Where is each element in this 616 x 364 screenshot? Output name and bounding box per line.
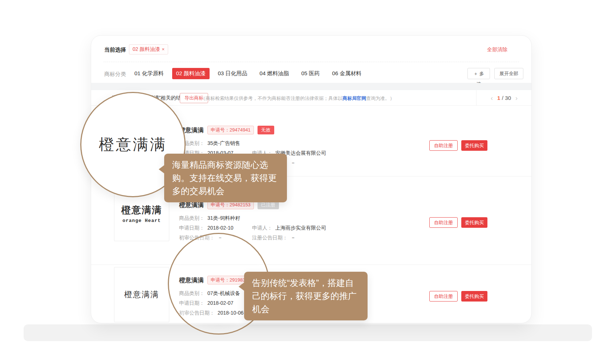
category-field-value: 07类-机械设备 [207, 290, 240, 297]
tab-04-fuel[interactable]: 04 燃料油脂 [256, 68, 293, 79]
apply-date-value: 2018-02-10 [207, 225, 234, 231]
prev-page-icon[interactable]: ‹ [491, 95, 493, 101]
trademark-image-3: 橙意满满 [114, 267, 169, 322]
trademark-image-text: 橙意满满 [121, 204, 162, 217]
multi-select-button[interactable]: ＋ 多选 [467, 68, 490, 79]
self-register-button[interactable]: 自助注册 [429, 140, 458, 151]
tooltip-arrow-icon [239, 282, 244, 291]
category-field-value: 35类-广告销售 [207, 140, 240, 147]
entrust-buy-button[interactable]: 委托购买 [461, 217, 487, 228]
selected-filter-tag-text: 02 颜料油漆 [133, 46, 160, 52]
tab-02-paint[interactable]: 02 颜料油漆 [172, 68, 210, 79]
next-page-icon[interactable]: › [515, 95, 518, 101]
tab-01-chemical[interactable]: 01 化学原料 [130, 68, 168, 79]
entrust-buy-button[interactable]: 委托购买 [461, 140, 487, 151]
apply-date-label: 申请日期： [179, 300, 204, 307]
category-field-value: 31类-饲料种籽 [207, 215, 240, 222]
trademark-image-text: 橙意满满 [124, 289, 159, 300]
category-field-label: 商品类别： [179, 290, 204, 297]
current-selection-label: 当前选择 [104, 46, 126, 53]
tab-05-medicine[interactable]: 05 医药 [297, 68, 324, 79]
dashed-separator [104, 62, 519, 62]
clear-all-link[interactable]: 全部清除 [487, 46, 507, 53]
reg-notice-value: － [291, 235, 296, 241]
disclaimer-pre: （商标检索结果仅供参考，不作为商标能否注册的法律依据；具体以 [201, 96, 343, 101]
section-divider-band [91, 83, 531, 90]
selected-filter-tag[interactable]: 02 颜料油漆× [129, 44, 168, 54]
status-badge-invalid: 无效 [258, 126, 274, 134]
apply-date-value: 2018-02-07 [207, 300, 234, 307]
self-register-button[interactable]: 自助注册 [429, 291, 458, 302]
category-label: 商标分类 [104, 71, 126, 78]
entrust-buy-button[interactable]: 委托购买 [461, 291, 487, 302]
tooltip-text: 告别传统“发表格”，搭建自己的标行，获得更多的推广机会 [252, 278, 357, 314]
total-pages: 30 [505, 95, 511, 101]
tab-03-daily-chemical[interactable]: 03 日化用品 [214, 68, 251, 79]
initial-notice-label: 初审公告日期： [179, 235, 215, 241]
reg-notice-value: － [291, 160, 296, 166]
applicant-label: 申请人： [252, 225, 272, 231]
trademark-office-link[interactable]: 商标局官网 [343, 96, 366, 101]
disclaimer-post: 查询为准。） [366, 96, 394, 101]
expand-all-button[interactable]: 展开全部 [494, 68, 523, 79]
tab-06-metal[interactable]: 06 金属材料 [328, 68, 365, 79]
tooltip-arrow-icon [159, 165, 165, 174]
category-tabs: 01 化学原料 02 颜料油漆 03 日化用品 04 燃料油脂 05 医药 06… [130, 68, 365, 79]
initial-notice-value: 2018-10-06 [218, 310, 244, 316]
disclaimer-text: （商标检索结果仅供参考，不作为商标能否注册的法律依据；具体以商标局官网查询为准。… [201, 95, 394, 102]
application-number-tag: 申请号：29474941 [207, 126, 254, 134]
tooltip-text: 海量精品商标资源随心选购。支持在线交易，获得更多的交易机会 [172, 160, 277, 196]
initial-notice-label: 初审公告日期： [179, 310, 215, 316]
reg-notice-label: 注册公告日期： [252, 235, 288, 241]
tag-close-icon[interactable]: × [162, 46, 165, 52]
category-field-label: 商品类别： [179, 215, 204, 222]
current-page: 1 [497, 95, 500, 101]
callout-tooltip-1: 海量精品商标资源随心选购。支持在线交易，获得更多的交易机会 [164, 154, 287, 202]
self-register-button[interactable]: 自助注册 [429, 217, 458, 228]
initial-notice-value: － [218, 235, 223, 241]
laptop-base-bar [24, 324, 592, 341]
applicant-value: 上海雨步实业有限公司 [275, 225, 326, 231]
trademark-name: 橙意满满 [179, 276, 204, 284]
page: 当前选择 02 颜料油漆× 全部清除 商标分类 01 化学原料 02 颜料油漆 … [0, 0, 616, 364]
callout-tooltip-2: 告别传统“发表格”，搭建自己的标行，获得更多的推广机会 [244, 272, 368, 320]
pagination: ‹ 1 / 30 › [476, 90, 532, 106]
magnified-trademark-text: 橙意满满 [99, 134, 167, 155]
page-separator: / [502, 95, 503, 101]
trademark-image-subtext: orange Heart [122, 218, 161, 223]
apply-date-label: 申请日期： [179, 225, 204, 231]
